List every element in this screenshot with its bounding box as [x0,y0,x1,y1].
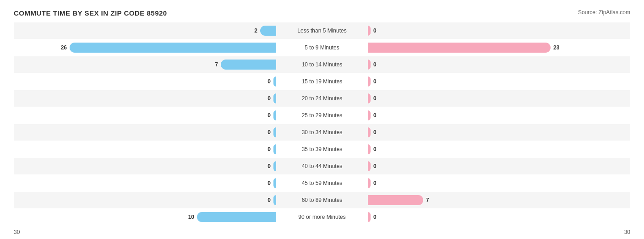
female-value: 0 [373,146,377,152]
row-label: 20 to 24 Minutes [276,95,368,102]
female-value: 0 [373,61,377,68]
table-row: 025 to 29 Minutes0 [14,107,630,124]
row-label: Less than 5 Minutes [276,27,368,34]
female-value: 0 [373,95,377,102]
table-row: 1090 or more Minutes0 [14,209,630,225]
right-section: 0 [368,22,630,39]
female-value: 0 [373,112,377,119]
table-row: 040 to 44 Minutes0 [14,158,630,174]
row-label: 5 to 9 Minutes [276,44,368,51]
female-bar [368,178,371,188]
left-section: 0 [14,192,276,208]
row-label: 60 to 89 Minutes [276,197,368,203]
left-section: 0 [14,124,276,141]
male-value: 10 [188,214,194,220]
female-bar [368,212,371,222]
table-row: 2Less than 5 Minutes0 [14,22,630,39]
right-section: 0 [368,124,630,141]
left-section: 10 [14,209,276,225]
female-value: 7 [426,197,429,203]
row-label: 25 to 29 Minutes [276,112,368,119]
table-row: 710 to 14 Minutes0 [14,56,630,73]
female-bar [368,195,423,205]
right-section: 0 [368,107,630,124]
table-row: 015 to 19 Minutes0 [14,73,630,90]
male-value: 0 [267,95,271,102]
left-section: 2 [14,22,276,39]
male-value: 26 [61,44,67,51]
female-value: 0 [373,129,377,136]
male-value: 0 [267,129,271,136]
row-label: 40 to 44 Minutes [276,163,368,169]
left-section: 0 [14,90,276,107]
row-label: 15 to 19 Minutes [276,78,368,85]
table-row: 060 to 89 Minutes7 [14,192,630,208]
row-label: 30 to 34 Minutes [276,129,368,136]
male-bar [70,43,276,53]
male-value: 2 [254,27,257,34]
left-section: 0 [14,73,276,90]
right-section: 0 [368,175,630,191]
female-bar [368,26,371,36]
female-value: 23 [553,44,559,51]
female-bar [368,43,551,53]
female-bar [368,161,371,171]
male-value: 0 [267,78,271,85]
chart-title: COMMUTE TIME BY SEX IN ZIP CODE 85920 [14,9,167,17]
table-row: 035 to 39 Minutes0 [14,141,630,158]
axis-right: 30 [624,229,630,235]
female-value: 0 [373,78,377,85]
male-bar [260,26,276,36]
left-section: 0 [14,141,276,158]
male-bar [221,60,276,70]
right-section: 0 [368,209,630,225]
right-section: 0 [368,73,630,90]
left-section: 7 [14,56,276,73]
table-row: 020 to 24 Minutes0 [14,90,630,107]
female-bar [368,127,371,137]
left-section: 26 [14,39,276,56]
row-label: 35 to 39 Minutes [276,146,368,152]
right-section: 0 [368,90,630,107]
left-section: 0 [14,158,276,174]
right-section: 0 [368,158,630,174]
female-bar [368,93,371,103]
axis-row: 30 30 [14,229,630,235]
right-section: 23 [368,39,630,56]
left-section: 0 [14,175,276,191]
table-row: 030 to 34 Minutes0 [14,124,630,141]
female-value: 0 [373,27,377,34]
left-section: 0 [14,107,276,124]
table-row: 045 to 59 Minutes0 [14,175,630,191]
row-label: 45 to 59 Minutes [276,180,368,186]
male-bar [197,212,276,222]
right-section: 0 [368,141,630,158]
male-value: 0 [267,180,271,186]
female-value: 0 [373,180,377,186]
female-bar [368,76,371,87]
axis-left: 30 [14,229,20,235]
female-bar [368,60,371,70]
male-value: 0 [267,163,271,169]
male-value: 7 [215,61,218,68]
female-bar [368,144,371,154]
row-label: 90 or more Minutes [276,214,368,220]
chart-area: 2Less than 5 Minutes0265 to 9 Minutes237… [14,22,630,225]
male-value: 0 [267,112,271,119]
male-value: 0 [267,146,271,152]
row-label: 10 to 14 Minutes [276,61,368,68]
right-section: 0 [368,56,630,73]
female-value: 0 [373,163,377,169]
table-row: 265 to 9 Minutes23 [14,39,630,56]
female-bar [368,110,371,120]
female-value: 0 [373,214,377,220]
male-value: 0 [267,197,271,203]
source-label: Source: ZipAtlas.com [578,9,630,16]
right-section: 7 [368,192,630,208]
